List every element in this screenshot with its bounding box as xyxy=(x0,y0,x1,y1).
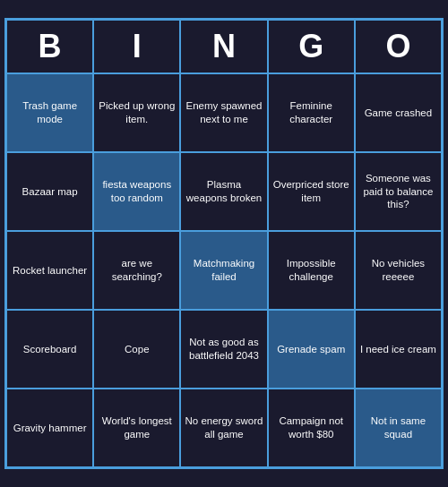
bingo-letter: N xyxy=(180,20,267,73)
bingo-cell[interactable]: Picked up wrong item. xyxy=(93,73,180,152)
bingo-cell[interactable]: Someone was paid to balance this? xyxy=(355,152,442,231)
bingo-header: BINGO xyxy=(6,20,442,73)
bingo-cell[interactable]: Overpriced store item xyxy=(268,152,355,231)
bingo-cell[interactable]: Feminine character xyxy=(268,73,355,152)
bingo-letter: O xyxy=(355,20,442,73)
bingo-grid: Trash game modePicked up wrong item.Enem… xyxy=(6,73,442,467)
bingo-board: BINGO Trash game modePicked up wrong ite… xyxy=(4,18,444,469)
bingo-letter: B xyxy=(6,20,93,73)
bingo-cell[interactable]: Game crashed xyxy=(355,73,442,152)
bingo-cell[interactable]: Not as good as battlefield 2043 xyxy=(180,310,267,389)
bingo-cell[interactable]: Plasma weapons broken xyxy=(180,152,267,231)
bingo-letter: G xyxy=(268,20,355,73)
bingo-cell[interactable]: No vehicles reeeee xyxy=(355,231,442,310)
bingo-cell[interactable]: fiesta weapons too random xyxy=(93,152,180,231)
bingo-cell[interactable]: I need ice cream xyxy=(355,310,442,389)
bingo-cell[interactable]: are we searching? xyxy=(93,231,180,310)
bingo-cell[interactable]: World's longest game xyxy=(93,389,180,467)
bingo-cell[interactable]: Rocket launcher xyxy=(6,231,93,310)
bingo-cell[interactable]: Grenade spam xyxy=(268,310,355,389)
bingo-cell[interactable]: No energy sword all game xyxy=(180,389,267,467)
bingo-cell[interactable]: Scoreboard xyxy=(6,310,93,389)
bingo-cell[interactable]: Enemy spawned next to me xyxy=(180,73,267,152)
bingo-cell[interactable]: Matchmaking failed xyxy=(180,231,267,310)
bingo-cell[interactable]: Trash game mode xyxy=(6,73,93,152)
bingo-letter: I xyxy=(93,20,180,73)
bingo-cell[interactable]: Not in same squad xyxy=(355,389,442,467)
bingo-cell[interactable]: Gravity hammer xyxy=(6,389,93,467)
bingo-cell[interactable]: Bazaar map xyxy=(6,152,93,231)
bingo-cell[interactable]: Cope xyxy=(93,310,180,389)
bingo-cell[interactable]: Campaign not worth $80 xyxy=(268,389,355,467)
bingo-cell[interactable]: Impossible challenge xyxy=(268,231,355,310)
